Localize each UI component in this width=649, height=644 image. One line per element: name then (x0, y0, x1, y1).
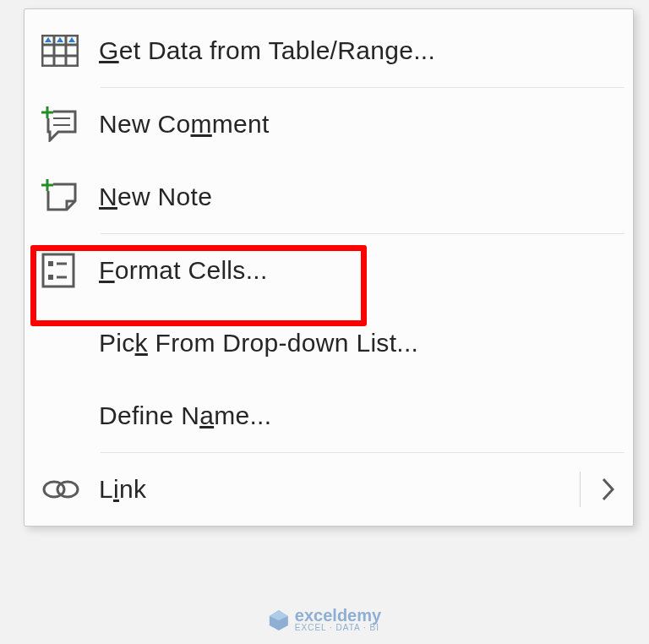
table-icon (41, 35, 99, 67)
watermark-logo-icon (268, 609, 290, 630)
svg-marker-7 (68, 37, 75, 42)
menu-item-new-note[interactable]: New Note (25, 161, 633, 233)
menu-item-label: New Comment (99, 110, 270, 139)
watermark: exceldemy EXCEL · DATA · BI (268, 607, 381, 632)
menu-item-label: Get Data from Table/Range... (99, 36, 435, 65)
menu-item-new-comment[interactable]: New Comment (25, 88, 633, 161)
menu-item-label: New Note (99, 183, 212, 211)
menu-item-pick-from-list[interactable]: Pick From Drop-down List... (25, 307, 633, 379)
menu-item-define-name[interactable]: Define Name... (25, 379, 633, 452)
link-icon (41, 477, 99, 502)
menu-item-label: Link (99, 475, 146, 504)
chevron-right-icon[interactable] (601, 477, 616, 502)
menu-item-label: Define Name... (99, 401, 271, 430)
comment-plus-icon (41, 106, 99, 142)
submenu-divider (580, 472, 581, 507)
watermark-tagline: EXCEL · DATA · BI (295, 624, 381, 632)
menu-item-label: Pick From Drop-down List... (99, 329, 418, 357)
svg-rect-18 (48, 275, 53, 280)
svg-rect-16 (43, 254, 74, 287)
menu-item-format-cells[interactable]: Format Cells... (25, 234, 633, 307)
svg-point-22 (57, 482, 78, 497)
menu-item-get-data[interactable]: Get Data from Table/Range... (25, 14, 633, 87)
menu-item-link[interactable]: Link (25, 453, 633, 526)
menu-item-label: Format Cells... (99, 256, 268, 285)
watermark-brand: exceldemy (295, 607, 381, 624)
note-plus-icon (41, 179, 99, 215)
svg-marker-6 (57, 37, 63, 42)
svg-rect-17 (48, 261, 53, 266)
svg-marker-5 (45, 37, 52, 42)
context-menu: Get Data from Table/Range... New Comment (24, 8, 634, 527)
format-cells-icon (41, 253, 99, 288)
